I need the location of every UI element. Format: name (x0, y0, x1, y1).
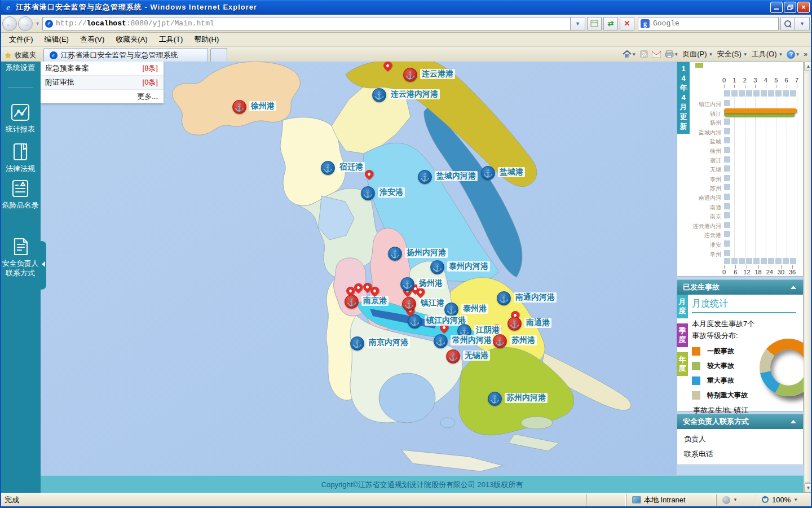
contact-panel-header[interactable]: 安全负责人联系方式 (677, 414, 803, 429)
search-button[interactable] (780, 17, 795, 30)
back-button[interactable]: ← (2, 16, 17, 31)
accidents-panel: 已发生事故 月度季度年度 月度统计 本月度发生事故7个 事故等级分布: 一般事故… (677, 279, 804, 411)
bar-stub (724, 222, 730, 228)
bar-stub (724, 100, 730, 106)
favorites-button[interactable]: ★ 收藏夹 (0, 49, 41, 62)
accidents-panel-title: 已发生事故 (683, 283, 720, 291)
province-map[interactable]: ⚓徐州港⚓连云港港⚓连云港内河港⚓宿迁港⚓淮安港⚓盐城内河港⚓盐城港⚓扬州内河港… (41, 62, 677, 475)
browser-window: e 江苏省港口安全监管与应急管理系统 - Windows Internet Ex… (0, 0, 812, 508)
menu-item-3[interactable]: 收藏夹(A) (110, 33, 153, 46)
accidents-tab-0[interactable]: 月度 (677, 295, 688, 318)
search-options-button[interactable]: ▼ (795, 17, 810, 30)
address-bar: ← → ▼ e http://localhost:8080/yjpt/Main.… (0, 15, 812, 33)
print-icon[interactable]: ▼ (665, 50, 678, 58)
sidebar-item-gear[interactable]: 系统设置 (0, 63, 41, 76)
page-menu-button[interactable]: 页面(P)▼ (682, 49, 713, 59)
contact-icon (10, 237, 30, 257)
sidebar-item-label: 安全负责人联系方式 (0, 259, 41, 278)
url-dropdown-button[interactable]: ▼ (571, 17, 585, 30)
menu-item-5[interactable]: 帮助(H) (188, 33, 224, 46)
anchor-icon: ⚓ (361, 186, 375, 200)
top-axis-tick (755, 85, 756, 88)
port-label: 淮安港 (378, 187, 405, 198)
help-icon[interactable]: ?▼ (787, 50, 800, 59)
minimize-button[interactable] (770, 2, 783, 13)
security-zone: 本地 Intranet (626, 494, 716, 506)
legend-swatch (692, 391, 700, 400)
page-favicon: e (45, 20, 53, 28)
grid-line (797, 90, 797, 265)
title-bar: e 江苏省港口安全监管与应急管理系统 - Windows Internet Ex… (0, 0, 812, 15)
restore-button[interactable] (784, 2, 796, 13)
anchor-icon: ⚓ (446, 349, 460, 364)
quick-links-panel: 应急预案备案[8条]附证审批[0条]更多... (41, 62, 164, 103)
close-button[interactable]: × (797, 2, 810, 13)
search-box: g (638, 17, 779, 30)
bar-stub (724, 119, 730, 125)
feeds-icon[interactable] (640, 50, 648, 58)
toolbar-overflow-icon[interactable]: » (804, 50, 807, 58)
sidebar-item-list[interactable]: 危险品名录 (0, 178, 41, 211)
menu-item-0[interactable]: 文件(F) (3, 33, 39, 46)
contact-phone-label: 联系电话 (677, 444, 803, 459)
menu-item-1[interactable]: 编辑(E) (39, 33, 74, 46)
url-field[interactable]: e http://localhost:8080/yjpt/Main.html (42, 17, 571, 30)
phishing-filter-control[interactable]: ▼ (716, 494, 756, 506)
accidents-panel-header[interactable]: 已发生事故 (677, 280, 803, 295)
mail-icon[interactable] (652, 51, 661, 58)
anchor-icon: ⚓ (493, 334, 507, 348)
new-tab-button[interactable] (210, 48, 227, 62)
tab-favicon: e (50, 51, 58, 59)
top-axis-tick-label: 0 (722, 77, 726, 84)
intranet-icon (632, 496, 641, 503)
more-link[interactable]: 更多... (41, 90, 164, 103)
menu-item-4[interactable]: 工具(T) (153, 33, 189, 46)
collapse-arrow-icon[interactable] (791, 286, 796, 289)
anchor-icon: ⚓ (372, 88, 386, 102)
axis-band-top (724, 90, 730, 97)
axis-band-top (761, 90, 767, 97)
sidebar-item-chart[interactable]: 统计报表 (0, 102, 41, 134)
search-input[interactable] (653, 19, 776, 28)
top-axis-tick (776, 85, 776, 88)
home-icon[interactable]: ▼ (623, 50, 636, 58)
refresh-button[interactable]: ⇄ (603, 17, 618, 30)
menu-item-2[interactable]: 查看(V) (74, 33, 110, 46)
safety-menu-button[interactable]: 安全(S)▼ (717, 49, 747, 59)
axis-band-bottom (731, 258, 738, 264)
sidebar-item-book[interactable]: 法律法规 (0, 142, 41, 173)
bar-category-label: 南京 (678, 213, 721, 221)
legend-label: 特别重大事故 (707, 391, 748, 400)
active-tab[interactable]: e 江苏省港口安全监管与应急管理系统 (43, 48, 208, 62)
stop-button[interactable]: ✕ (620, 17, 634, 30)
accidents-tab-1[interactable]: 季度 (677, 323, 688, 347)
accidents-period-tabs: 月度季度年度 (677, 295, 688, 381)
window-title: 江苏省港口安全监管与应急管理系统 - Windows Internet Expl… (16, 2, 769, 12)
tools-menu-button[interactable]: 工具(O)▼ (752, 49, 783, 59)
port-label: 盐城内河港 (435, 171, 478, 181)
axis-band-bottom (739, 258, 745, 264)
port-label: 镇江港 (419, 298, 446, 308)
bar-category-label: 无锡 (678, 166, 721, 174)
port-label: 扬州港 (417, 278, 444, 288)
forward-button[interactable]: → (18, 16, 33, 31)
compatibility-view-button[interactable] (587, 17, 602, 30)
bar-stub (724, 231, 730, 237)
status-spacer (586, 494, 626, 506)
top-axis-tick-label: 4 (764, 77, 767, 84)
sidebar-item-contact[interactable]: 安全负责人联系方式 (0, 237, 41, 290)
bottom-axis-tick-label: 12 (743, 269, 750, 275)
quick-link-row[interactable]: 应急预案备案[8条] (41, 62, 164, 76)
page-content: ⚓徐州港⚓连云港港⚓连云港内河港⚓宿迁港⚓淮安港⚓盐城内河港⚓盐城港⚓扬州内河港… (0, 62, 812, 493)
history-dropdown-icon[interactable]: ▼ (35, 21, 40, 27)
quick-link-row[interactable]: 附证审批[0条] (41, 76, 164, 90)
zoom-control[interactable]: 100% ▼ (756, 494, 812, 506)
collapse-arrow-icon[interactable] (791, 420, 796, 423)
top-axis-tick-label: 5 (774, 77, 778, 84)
axis-band-top (790, 90, 796, 97)
accidents-tab-2[interactable]: 年度 (677, 352, 688, 376)
anchor-icon: ⚓ (388, 247, 402, 261)
url-scheme: http:// (56, 19, 87, 28)
top-axis-tick (745, 85, 745, 88)
active-indicator-arrow-icon (42, 261, 45, 267)
